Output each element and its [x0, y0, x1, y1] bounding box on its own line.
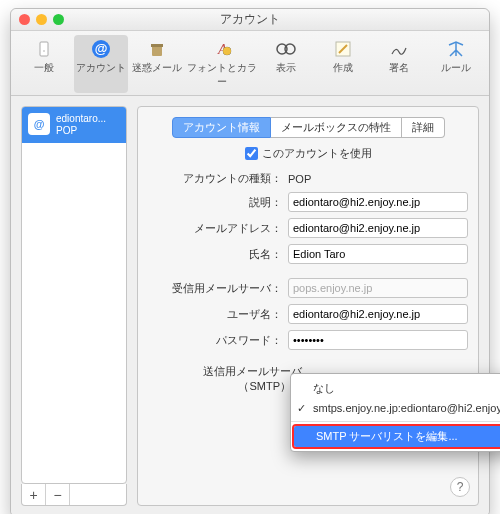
toolbar-label: 署名	[372, 61, 427, 75]
detail-tabs: アカウント情報 メールボックスの特性 詳細	[148, 117, 468, 138]
toolbar-rules[interactable]: ルール	[428, 35, 483, 93]
help-button[interactable]: ?	[450, 477, 470, 497]
account-item[interactable]: @ ediontaro... POP	[22, 107, 126, 143]
incoming-input	[288, 278, 468, 298]
incoming-label: 受信用メールサーバ：	[148, 281, 288, 296]
name-label: 氏名：	[148, 247, 288, 262]
pref-toolbar: 一般 @ アカウント 迷惑メール A フォントとカラー 表示 作成 署名 ルール	[11, 31, 489, 96]
junk-icon	[130, 37, 185, 61]
add-account-button[interactable]: +	[22, 484, 46, 505]
enable-account-checkbox[interactable]	[245, 147, 258, 160]
pass-input[interactable]	[288, 330, 468, 350]
titlebar: アカウント	[11, 9, 489, 31]
rules-icon	[428, 37, 483, 61]
type-value: POP	[288, 173, 468, 185]
view-icon	[259, 37, 314, 61]
user-label: ユーザ名：	[148, 307, 288, 322]
smtp-server-menu: なし ✓ smtps.enjoy.ne.jp:ediontaro@hi2.enj…	[290, 373, 500, 452]
window-title: アカウント	[11, 11, 489, 28]
svg-point-1	[43, 50, 45, 52]
toolbar-junk[interactable]: 迷惑メール	[130, 35, 185, 93]
signature-icon	[372, 37, 427, 61]
toolbar-signature[interactable]: 署名	[372, 35, 427, 93]
svg-point-8	[223, 47, 231, 55]
tab-details[interactable]: 詳細	[402, 117, 445, 138]
remove-account-button[interactable]: −	[46, 484, 70, 505]
desc-input[interactable]	[288, 192, 468, 212]
name-input[interactable]	[288, 244, 468, 264]
toolbar-accounts[interactable]: @ アカウント	[74, 35, 129, 93]
toolbar-general[interactable]: 一般	[17, 35, 72, 93]
tab-account-info[interactable]: アカウント情報	[172, 117, 271, 138]
desc-label: 説明：	[148, 195, 288, 210]
account-type: POP	[56, 125, 106, 137]
toolbar-label: アカウント	[74, 61, 129, 75]
compose-icon	[315, 37, 370, 61]
toolbar-label: 一般	[17, 61, 72, 75]
type-label: アカウントの種類：	[148, 171, 288, 186]
toolbar-view[interactable]: 表示	[259, 35, 314, 93]
enable-account-row: このアカウントを使用	[148, 146, 468, 161]
smtp-menu-edit[interactable]: SMTP サーバリストを編集...	[294, 426, 500, 447]
svg-rect-0	[40, 42, 48, 56]
menu-separator	[291, 421, 500, 422]
account-detail-panel: アカウント情報 メールボックスの特性 詳細 このアカウントを使用 アカウントの種…	[137, 106, 479, 506]
add-remove-bar: + −	[21, 484, 127, 506]
smtp-menu-none[interactable]: なし	[291, 378, 500, 399]
email-label: メールアドレス：	[148, 221, 288, 236]
preferences-window: アカウント 一般 @ アカウント 迷惑メール A フォントとカラー 表示 作成	[10, 8, 490, 514]
pass-label: パスワード：	[148, 333, 288, 348]
toolbar-label: ルール	[428, 61, 483, 75]
smtp-menu-current[interactable]: ✓ smtps.enjoy.ne.jp:ediontaro@hi2.enjoy.…	[291, 399, 500, 417]
tab-mailbox[interactable]: メールボックスの特性	[271, 117, 402, 138]
account-name: ediontaro...	[56, 113, 106, 125]
svg-text:@: @	[94, 41, 107, 56]
account-sidebar: @ ediontaro... POP + −	[21, 106, 127, 506]
account-list[interactable]: @ ediontaro... POP	[21, 106, 127, 484]
email-input[interactable]	[288, 218, 468, 238]
toolbar-label: フォントとカラー	[187, 61, 257, 89]
user-input[interactable]	[288, 304, 468, 324]
fonts-icon: A	[187, 37, 257, 61]
content-area: @ ediontaro... POP + − アカウント情報 メールボックスの特…	[11, 96, 489, 514]
toolbar-label: 作成	[315, 61, 370, 75]
toolbar-label: 迷惑メール	[130, 61, 185, 75]
account-text: ediontaro... POP	[56, 113, 106, 137]
general-icon	[17, 37, 72, 61]
svg-rect-5	[151, 44, 163, 47]
toolbar-fonts[interactable]: A フォントとカラー	[187, 35, 257, 93]
smtp-menu-current-label: smtps.enjoy.ne.jp:ediontaro@hi2.enjoy.ne…	[313, 402, 500, 414]
toolbar-compose[interactable]: 作成	[315, 35, 370, 93]
enable-account-label: このアカウントを使用	[262, 146, 372, 161]
smtp-label: 送信用メールサーバ（SMTP）：	[148, 364, 308, 394]
svg-rect-4	[152, 46, 162, 56]
check-icon: ✓	[297, 402, 306, 415]
at-icon: @	[74, 37, 129, 61]
toolbar-label: 表示	[259, 61, 314, 75]
at-icon: @	[28, 113, 50, 135]
